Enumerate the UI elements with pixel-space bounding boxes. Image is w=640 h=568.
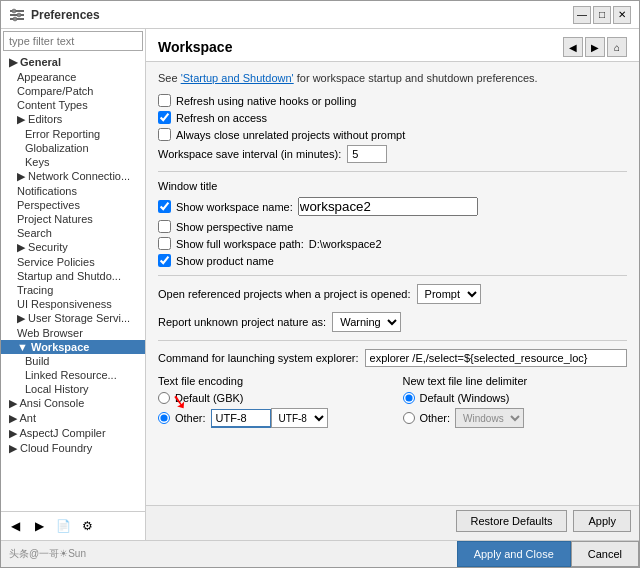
save-interval-row: Workspace save interval (in minutes): [158, 145, 627, 163]
tree-item-ansi-console[interactable]: ▶ Ansi Console [1, 396, 145, 411]
always-close-checkbox[interactable] [158, 128, 171, 141]
tree-item-globalization[interactable]: Globalization [1, 141, 145, 155]
separator-3 [158, 340, 627, 341]
minimize-button[interactable]: — [573, 6, 591, 24]
tree-item-linked-resources[interactable]: Linked Resource... [1, 368, 145, 382]
tree-item-network[interactable]: ▶ Network Connectio... [1, 169, 145, 184]
show-full-path-checkbox[interactable] [158, 237, 171, 250]
encoding-other-row: Other: ➘ UTF-8 [158, 408, 383, 428]
tree-item-service-policies[interactable]: Service Policies [1, 255, 145, 269]
show-workspace-label: Show workspace name: [176, 201, 293, 213]
bottom-panel: Restore Defaults Apply [146, 505, 639, 540]
open-referenced-label: Open referenced projects when a project … [158, 288, 411, 300]
encoding-other-radio[interactable] [158, 412, 170, 424]
tree-item-appearance[interactable]: Appearance [1, 70, 145, 84]
command-explorer-label: Command for launching system explorer: [158, 352, 359, 364]
maximize-button[interactable]: □ [593, 6, 611, 24]
new-page-icon[interactable]: 📄 [53, 516, 73, 536]
title-bar: Preferences — □ ✕ [1, 1, 639, 29]
encoding-default-label: Default (GBK) [175, 392, 243, 404]
title-bar-controls: — □ ✕ [573, 6, 631, 24]
text-encoding-col: Text file encoding Default (GBK) Other: … [158, 375, 383, 432]
command-explorer-row: Command for launching system explorer: [158, 349, 627, 367]
preferences-window: Preferences — □ ✕ ▶ General Appearance C… [0, 0, 640, 568]
show-product-checkbox[interactable] [158, 254, 171, 267]
cancel-button[interactable]: Cancel [571, 541, 639, 567]
tree-item-user-storage[interactable]: ▶ User Storage Servi... [1, 311, 145, 326]
workspace-name-input[interactable] [298, 197, 478, 216]
apply-close-button[interactable]: Apply and Close [457, 541, 571, 567]
save-interval-input[interactable] [347, 145, 387, 163]
tree: ▶ General Appearance Compare/Patch Conte… [1, 53, 145, 511]
tree-item-web-browser[interactable]: Web Browser [1, 326, 145, 340]
report-unknown-label: Report unknown project nature as: [158, 316, 326, 328]
tree-item-local-history[interactable]: Local History [1, 382, 145, 396]
encoding-other-label: Other: [175, 412, 206, 424]
filter-input[interactable] [3, 31, 143, 51]
tree-item-editors[interactable]: ▶ Editors [1, 112, 145, 127]
header-back-button[interactable]: ◀ [563, 37, 583, 57]
section-description: See 'Startup and Shutdown' for workspace… [158, 72, 627, 84]
line-delimiter-col: New text file line delimiter Default (Wi… [403, 375, 628, 432]
tree-item-aspectj[interactable]: ▶ AspectJ Compiler [1, 426, 145, 441]
tree-item-tracing[interactable]: Tracing [1, 283, 145, 297]
refresh-native-checkbox[interactable] [158, 94, 171, 107]
always-close-row: Always close unrelated projects without … [158, 128, 627, 141]
tree-item-error-reporting[interactable]: Error Reporting [1, 127, 145, 141]
encoding-other-dropdown[interactable]: UTF-8 [271, 408, 328, 428]
restore-defaults-button[interactable]: Restore Defaults [456, 510, 568, 532]
svg-point-3 [12, 9, 16, 13]
tree-item-notifications[interactable]: Notifications [1, 184, 145, 198]
refresh-access-checkbox[interactable] [158, 111, 171, 124]
title-bar-left: Preferences [9, 7, 100, 23]
open-referenced-select[interactable]: Prompt Always Never [417, 284, 481, 304]
nav-forward-icon[interactable]: ▶ [29, 516, 49, 536]
tree-item-keys[interactable]: Keys [1, 155, 145, 169]
report-unknown-select[interactable]: Warning Error Info [332, 312, 401, 332]
preferences-icon [9, 7, 25, 23]
apply-button[interactable]: Apply [573, 510, 631, 532]
tree-item-workspace[interactable]: ▼ Workspace [1, 340, 145, 354]
tree-item-startup[interactable]: Startup and Shutdo... [1, 269, 145, 283]
delimiter-default-label: Default (Windows) [420, 392, 510, 404]
line-delimiter-title: New text file line delimiter [403, 375, 628, 387]
tree-item-compare[interactable]: Compare/Patch [1, 84, 145, 98]
svg-point-4 [17, 13, 21, 17]
header-nav: ◀ ▶ ⌂ [563, 37, 627, 57]
show-perspective-checkbox[interactable] [158, 220, 171, 233]
window-title-group: Window title Show workspace name: Show p… [158, 180, 627, 267]
show-product-label: Show product name [176, 255, 274, 267]
header-home-button[interactable]: ⌂ [607, 37, 627, 57]
show-workspace-checkbox[interactable] [158, 200, 171, 213]
tree-item-project-natures[interactable]: Project Natures [1, 212, 145, 226]
workspace-path-value: D:\workspace2 [309, 238, 382, 250]
command-explorer-input[interactable] [365, 349, 627, 367]
encoding-section: Text file encoding Default (GBK) Other: … [158, 375, 627, 432]
nav-back-icon[interactable]: ◀ [5, 516, 25, 536]
encoding-other-input[interactable] [211, 409, 271, 428]
tree-item-cloud-foundry[interactable]: ▶ Cloud Foundry [1, 441, 145, 456]
tree-item-ui-responsiveness[interactable]: UI Responsiveness [1, 297, 145, 311]
tree-item-general[interactable]: ▶ General [1, 55, 145, 70]
tree-item-perspectives[interactable]: Perspectives [1, 198, 145, 212]
tree-item-security[interactable]: ▶ Security [1, 240, 145, 255]
show-perspective-row: Show perspective name [158, 220, 627, 233]
left-panel: ▶ General Appearance Compare/Patch Conte… [1, 29, 146, 540]
header-forward-button[interactable]: ▶ [585, 37, 605, 57]
startup-shutdown-link[interactable]: 'Startup and Shutdown' [181, 72, 294, 84]
tree-item-build[interactable]: Build [1, 354, 145, 368]
svg-point-5 [13, 17, 17, 21]
delimiter-default-radio[interactable] [403, 392, 415, 404]
separator-2 [158, 275, 627, 276]
delimiter-other-label: Other: [420, 412, 451, 424]
settings-icon[interactable]: ⚙ [77, 516, 97, 536]
tree-item-search[interactable]: Search [1, 226, 145, 240]
tree-item-content-types[interactable]: Content Types [1, 98, 145, 112]
tree-item-ant[interactable]: ▶ Ant [1, 411, 145, 426]
delimiter-other-radio[interactable] [403, 412, 415, 424]
separator-1 [158, 171, 627, 172]
delimiter-other-select[interactable]: Windows [455, 408, 524, 428]
encoding-default-radio[interactable] [158, 392, 170, 404]
report-unknown-row: Report unknown project nature as: Warnin… [158, 312, 627, 332]
close-button[interactable]: ✕ [613, 6, 631, 24]
